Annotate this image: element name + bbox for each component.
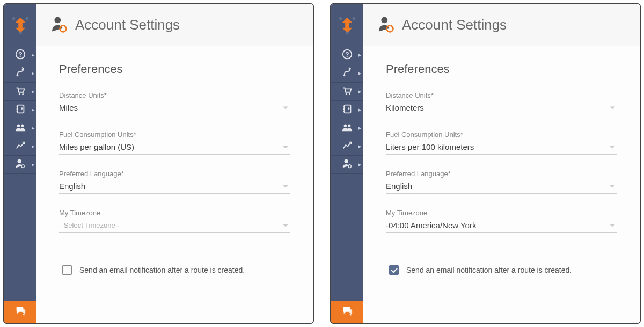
sidebar-item-team[interactable]: ▶ — [4, 119, 36, 137]
email-notify-checkbox[interactable] — [62, 265, 72, 275]
sidebar-item-chat[interactable] — [331, 301, 363, 323]
svg-point-21 — [343, 74, 346, 76]
routes-icon — [341, 67, 353, 81]
team-icon — [341, 121, 353, 135]
checkbox-label: Send an email notification after a route… — [406, 266, 572, 274]
distance-units-select[interactable]: Kilometers — [386, 100, 617, 115]
page-header: Account Settings — [363, 4, 640, 46]
sidebar-item-help[interactable]: ?▶ — [4, 46, 36, 64]
field-language: Preferred Language* English — [386, 170, 617, 194]
page-title: Account Settings — [402, 17, 507, 33]
chevron-right-icon: ▶ — [32, 126, 34, 130]
sidebar-item-analytics[interactable]: ▶ — [4, 137, 36, 156]
svg-point-5 — [17, 74, 19, 76]
email-notify-checkbox[interactable] — [389, 265, 399, 275]
timezone-select[interactable]: -04:00 America/New York — [386, 218, 617, 233]
content-area: Account Settings Preferences Distance Un… — [36, 4, 313, 323]
select-value: English — [386, 181, 412, 191]
page-title: Account Settings — [75, 17, 180, 33]
sidebar-item-orders[interactable]: ▶ — [331, 83, 363, 101]
cart-icon — [14, 85, 26, 99]
field-fuel-units: Fuel Consumption Units* Miles per gallon… — [59, 130, 290, 155]
sidebar-item-account[interactable]: ▶ — [331, 156, 363, 174]
preferences-form: Preferences Distance Units* Miles Fuel C… — [36, 46, 313, 323]
chevron-down-icon — [610, 106, 615, 109]
svg-point-1 — [26, 17, 29, 20]
sidebar-item-team[interactable]: ▶ — [331, 119, 363, 137]
chevron-down-icon — [283, 146, 288, 148]
select-value: Miles per gallon (US) — [59, 142, 134, 151]
sidebar-item-account[interactable]: ▶ — [4, 156, 36, 174]
svg-point-11 — [21, 124, 24, 127]
svg-point-30 — [381, 17, 387, 23]
svg-text:?: ? — [18, 50, 22, 58]
chevron-right-icon: ▶ — [358, 90, 361, 94]
chevron-right-icon: ▶ — [32, 71, 34, 76]
email-notify-row: Send an email notification after a route… — [59, 265, 290, 275]
svg-point-28 — [345, 159, 348, 163]
settings-panel-right: ?▶ ▶ ▶ ▶ ▶ ▶ ▶ Account Settings Preferen… — [330, 3, 641, 324]
content-area: Account Settings Preferences Distance Un… — [363, 4, 640, 323]
sidebar-item-routes[interactable]: ▶ — [4, 64, 36, 83]
sidebar-item-address-book[interactable]: ▶ — [331, 101, 363, 119]
svg-point-18 — [346, 31, 349, 34]
sidebar-nav: ?▶ ▶ ▶ ▶ ▶ ▶ ▶ — [331, 46, 363, 301]
chevron-down-icon — [610, 185, 615, 187]
svg-point-25 — [348, 107, 350, 110]
svg-point-16 — [339, 17, 342, 20]
svg-point-0 — [12, 17, 16, 20]
distance-units-select[interactable]: Miles — [59, 100, 290, 115]
field-label: Fuel Consumption Units* — [59, 130, 290, 139]
chevron-right-icon: ▶ — [32, 108, 34, 112]
field-label: Distance Units* — [59, 91, 290, 99]
field-label: My Timezone — [59, 209, 290, 217]
sidebar-item-address-book[interactable]: ▶ — [4, 101, 36, 119]
section-title: Preferences — [59, 62, 290, 76]
section-title: Preferences — [386, 62, 617, 76]
svg-point-12 — [18, 159, 21, 163]
app-logo[interactable] — [331, 4, 363, 46]
sidebar-item-routes[interactable]: ▶ — [331, 64, 363, 83]
sidebar-item-chat[interactable] — [4, 301, 36, 323]
svg-point-7 — [22, 93, 24, 95]
account-gear-icon — [341, 158, 353, 172]
svg-point-13 — [21, 164, 25, 168]
chevron-right-icon: ▶ — [358, 144, 361, 149]
checkbox-label: Send an email notification after a route… — [79, 266, 245, 274]
select-value: Kilometers — [386, 103, 424, 112]
svg-text:?: ? — [345, 50, 349, 58]
chat-icon — [341, 305, 353, 319]
chevron-right-icon: ▶ — [358, 53, 361, 57]
svg-point-17 — [353, 17, 356, 20]
field-label: Preferred Language* — [386, 170, 617, 178]
sidebar-nav: ?▶ ▶ ▶ ▶ ▶ ▶ ▶ — [4, 46, 36, 301]
select-value: Miles — [59, 103, 78, 112]
fuel-units-select[interactable]: Miles per gallon (US) — [59, 140, 290, 155]
select-value: Liters per 100 kilometers — [386, 142, 474, 151]
cart-icon — [341, 85, 353, 99]
fuel-units-select[interactable]: Liters per 100 kilometers — [386, 140, 617, 155]
sidebar-item-orders[interactable]: ▶ — [4, 83, 36, 101]
language-select[interactable]: English — [386, 179, 617, 194]
chevron-down-icon — [610, 146, 615, 148]
chevron-right-icon: ▶ — [358, 108, 361, 112]
analytics-icon — [341, 140, 353, 154]
field-label: Fuel Consumption Units* — [386, 130, 617, 139]
timezone-select[interactable]: --Select Timezone-- — [59, 218, 290, 233]
app-logo[interactable] — [4, 4, 36, 46]
address-book-icon — [341, 103, 353, 117]
select-value: -04:00 America/New York — [386, 221, 476, 230]
email-notify-row: Send an email notification after a route… — [386, 265, 617, 275]
chevron-right-icon: ▶ — [32, 53, 34, 57]
sidebar-item-analytics[interactable]: ▶ — [331, 137, 363, 156]
svg-point-27 — [348, 124, 351, 127]
svg-point-23 — [349, 93, 350, 95]
sidebar: ?▶ ▶ ▶ ▶ ▶ ▶ ▶ — [4, 4, 36, 323]
svg-point-6 — [19, 93, 20, 95]
language-select[interactable]: English — [59, 179, 290, 194]
help-icon: ? — [341, 48, 353, 62]
sidebar-item-help[interactable]: ?▶ — [331, 46, 363, 64]
chevron-down-icon — [610, 224, 615, 227]
account-settings-icon — [376, 15, 394, 35]
field-label: Preferred Language* — [59, 170, 290, 178]
